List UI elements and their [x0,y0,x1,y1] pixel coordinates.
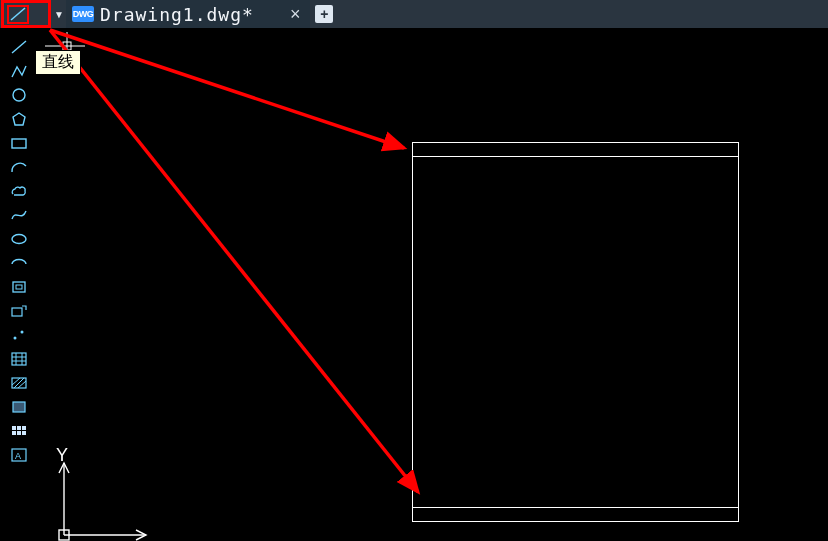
draw-toolbar: A [6,36,32,466]
svg-point-9 [14,337,17,340]
tab-bar: ▼ DWG Drawing1.dwg* × + [0,0,828,28]
new-tab-button[interactable]: + [310,0,338,28]
revcloud-tool[interactable] [6,180,32,202]
svg-rect-23 [22,426,26,430]
svg-rect-4 [12,139,26,148]
circle-icon [10,87,28,103]
svg-line-1 [12,41,26,53]
svg-rect-24 [12,431,16,435]
region-icon [10,399,28,415]
line-tool-icon [9,6,27,22]
dwg-file-icon: DWG [72,6,94,22]
svg-line-19 [18,381,26,388]
block-tool[interactable] [6,276,32,298]
svg-point-5 [12,235,26,244]
svg-point-2 [13,89,25,101]
hatch-icon [10,351,28,367]
plus-icon: + [315,5,333,23]
drafted-inner-line-top [412,156,738,157]
insert-tool[interactable] [6,300,32,322]
ellipse-arc-tool[interactable] [6,252,32,274]
gradient-icon [10,375,28,391]
line-icon [10,39,28,55]
gradient-tool[interactable] [6,372,32,394]
svg-rect-7 [16,285,22,289]
dropdown-glyph: ▼ [54,9,64,20]
line-tool[interactable] [6,36,32,58]
svg-point-10 [21,331,24,334]
arc-icon [10,159,28,175]
point-icon [10,327,28,343]
tabbar-line-tool-slot[interactable] [0,0,52,28]
tool-dropdown-arrow[interactable]: ▼ [52,0,66,28]
spline-icon [10,207,28,223]
svg-marker-3 [13,113,25,125]
tab-title: Drawing1.dwg* [100,4,254,25]
drafted-outer-rect-bottom [412,521,738,522]
svg-rect-20 [13,402,25,412]
region-tool[interactable] [6,396,32,418]
svg-text:A: A [15,451,21,461]
block-icon [10,279,28,295]
rectangle-icon [10,135,28,151]
point-tool[interactable] [6,324,32,346]
arc-tool[interactable] [6,156,32,178]
svg-rect-25 [17,431,21,435]
ellipse-arc-icon [10,255,28,271]
svg-rect-6 [13,282,25,292]
text-tool[interactable]: A [6,444,32,466]
svg-line-0 [11,8,25,20]
svg-rect-8 [12,308,22,316]
drafted-outer-rect-top [412,142,738,143]
polyline-tool[interactable] [6,60,32,82]
svg-rect-21 [12,426,16,430]
drawing-canvas[interactable] [40,28,828,541]
table-icon [10,423,28,439]
spline-tool[interactable] [6,204,32,226]
svg-rect-22 [17,426,21,430]
svg-line-18 [12,378,20,385]
ellipse-tool[interactable] [6,228,32,250]
document-tab-active[interactable]: DWG Drawing1.dwg* × [66,0,310,28]
tooltip-line: 直线 [35,50,81,75]
insert-icon [10,303,28,319]
drafted-outer-rect-right [738,142,739,522]
svg-rect-26 [22,431,26,435]
hatch-tool[interactable] [6,348,32,370]
polygon-icon [10,111,28,127]
polyline-icon [10,63,28,79]
drafted-outer-rect-left [412,142,413,522]
revcloud-icon [9,183,29,199]
text-icon: A [10,447,28,463]
rectangle-tool[interactable] [6,132,32,154]
table-tool[interactable] [6,420,32,442]
drafted-inner-line-bottom [412,507,738,508]
tab-close-button[interactable]: × [290,4,301,25]
polygon-tool[interactable] [6,108,32,130]
ellipse-icon [10,231,28,247]
circle-tool[interactable] [6,84,32,106]
svg-rect-11 [12,353,26,365]
